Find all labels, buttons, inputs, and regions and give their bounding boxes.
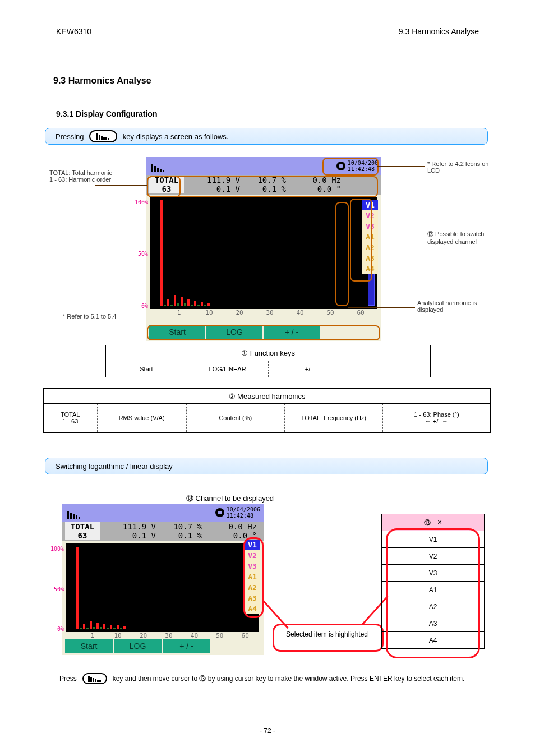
chart-key-icon (89, 130, 117, 142)
readout-f1-sub: 0.0 Hz (212, 522, 257, 531)
header-rule (50, 43, 485, 43)
chan-a4[interactable]: A4 (362, 264, 378, 274)
instruction-text-2: Switching logarithmic / linear display (56, 462, 173, 471)
tbl2-cell: 1 - 63: Phase (°) ← +/- → (383, 404, 490, 432)
function-keys-main: Start LOG + / - (149, 325, 378, 339)
fkey-start[interactable]: Start (149, 325, 206, 339)
chan-a2[interactable]: A2 (362, 242, 378, 253)
mode-icon (149, 160, 170, 172)
tbl2-cell: TOTAL 1 - 63 (44, 404, 98, 432)
tbl1-c4 (349, 361, 430, 377)
date-label: 10/04/200 (348, 160, 378, 166)
chan-v3-sub[interactable]: V3 (245, 561, 260, 571)
selected-item-label: Selected item is highlighted (279, 630, 375, 638)
chan-a1-sub[interactable]: A1 (245, 571, 260, 582)
ytick-0-sub: 0% (57, 626, 65, 632)
ytick-100: 100% (135, 199, 149, 205)
readout-d2-sub: 0.0 ° (212, 531, 257, 540)
chan-a4-sub[interactable]: A4 (245, 603, 260, 614)
rtable-header: ⑬× (382, 514, 485, 531)
footer-instruction: Press key and then move cursor to ⑬ by u… (59, 673, 486, 684)
ytick-0: 0% (141, 303, 149, 309)
callout-chan: ⑬ Possible to switch displayed channel (427, 230, 489, 245)
rtable-a3[interactable]: A3 (382, 615, 485, 632)
callout-total: TOTAL: Total harmonic 1 - 63: Harmonic o… (49, 169, 117, 183)
device-header-sub: 10/04/2006 11:42:48 (62, 504, 264, 522)
callout-fkeys: * Refer to 5.1 to 5.4 (63, 313, 124, 320)
channel-popup-table: ⑬× V1 V2 V3 A1 A2 A3 A4 (381, 514, 485, 649)
callout-clock: * Refer to 4.2 Icons on LCD (427, 160, 489, 174)
chan-v3[interactable]: V3 (362, 221, 378, 232)
chan-a3[interactable]: A3 (362, 253, 378, 264)
tbl2-cell: TOTAL: Frequency (Hz) (285, 404, 383, 432)
chan-v2-sub[interactable]: V2 (245, 550, 260, 561)
page-title-right: 9.3 Harmonics Analyse (399, 27, 479, 36)
chan-a3-sub[interactable]: A3 (245, 593, 260, 603)
harmonics-plot-main: 100% 50% 0% (150, 197, 377, 309)
channel-list-main[interactable]: V1 V2 V3 A1 A2 A3 A4 (362, 200, 378, 274)
power-icon (336, 162, 345, 170)
instruction-bar-1: Pressing key displays a screen as follow… (45, 128, 488, 145)
instruction-text-1b: key displays a screen as follows. (121, 132, 228, 141)
time-label-sub: 11:42:48 (227, 513, 260, 519)
bar-chart-icon-foot (88, 675, 102, 682)
subsection-heading: 9.3.1 Display Configuration (56, 109, 157, 118)
rtable-v3[interactable]: V3 (382, 565, 485, 582)
rtable-v1[interactable]: V1 (382, 531, 485, 548)
leader-total (95, 185, 147, 186)
channel-list-sub[interactable]: V1 V2 V3 A1 A2 A3 A4 (245, 540, 260, 614)
tbl2-cell: RMS value (V/A) (98, 404, 187, 432)
fkey-log[interactable]: LOG (206, 325, 264, 339)
table-measured-harmonics: ② Measured harmonics TOTAL 1 - 63RMS val… (43, 388, 491, 433)
harmonics-plot-sub: 100% 50% 0% (66, 543, 259, 632)
readout-v2: 0.1 V (190, 185, 240, 193)
ytick-100-sub: 100% (50, 546, 65, 552)
fkey-start-sub[interactable]: Start (65, 639, 114, 653)
rtable-a1[interactable]: A1 (382, 582, 485, 598)
readout-f1: 0.0 Hz (296, 176, 341, 185)
ytick-50-sub: 50% (54, 586, 65, 592)
fkey-plusminus[interactable]: + / - (264, 325, 321, 339)
chan-v1[interactable]: V1 (362, 200, 378, 210)
readout-panel: TOTAL 111.9 V 10.7 % 0.0 Hz 63 0.1 V 0.1… (146, 175, 381, 195)
page-title-left: KEW6310 (56, 27, 91, 36)
page-number: - 72 - (0, 727, 535, 735)
ytick-50: 50% (138, 251, 149, 257)
tbl2-header: ② Measured harmonics (44, 389, 490, 404)
readout-p2: 0.1 % (247, 185, 286, 193)
chart-key-icon-foot (82, 673, 107, 684)
fkey-blank (321, 325, 378, 339)
readout-d2: 0.0 ° (296, 185, 341, 193)
power-icon-sub (215, 508, 224, 517)
circled-13-label: ⑬ Channel to be displayed (186, 494, 274, 504)
fkey-plusminus-sub[interactable]: + / - (163, 639, 211, 653)
device-screenshot-sub: 10/04/2006 11:42:48 TOTAL 111.9 V 10.7 %… (62, 504, 264, 655)
tbl1-c2: LOG/LINEAR (187, 361, 269, 377)
callout-cursor: Analytical harmonic is displayed (417, 299, 490, 313)
readout-label-total: TOTAL (149, 176, 184, 185)
chan-v1-sub[interactable]: V1 (245, 540, 260, 550)
chan-a1[interactable]: A1 (362, 232, 378, 242)
fkey-blank-sub (211, 639, 260, 653)
rtable-a2[interactable]: A2 (382, 598, 485, 615)
device-header: 10/04/200 11:42:48 (146, 157, 381, 175)
leader-chan (372, 239, 425, 239)
rtable-a4[interactable]: A4 (382, 632, 485, 649)
function-keys-sub: Start LOG + / - (65, 639, 260, 653)
tbl1-header: ① Function keys (106, 345, 430, 361)
tbl1-c3: +/- (269, 361, 350, 377)
clock-area-sub: 10/04/2006 11:42:48 (215, 506, 260, 519)
chan-v2[interactable]: V2 (362, 210, 378, 221)
chan-a2-sub[interactable]: A2 (245, 582, 260, 593)
device-screenshot-main: 10/04/200 11:42:48 TOTAL 111.9 V 10.7 % … (146, 157, 381, 341)
readout-v1-sub: 111.9 V (105, 522, 156, 531)
table-function-keys: ① Function keys Start LOG/LINEAR +/- (105, 345, 431, 377)
fkey-log-sub[interactable]: LOG (114, 639, 163, 653)
instruction-text-1a: Pressing (56, 132, 86, 141)
readout-p1-sub: 10.7 % (163, 522, 202, 531)
readout-p2-sub: 0.1 % (163, 531, 202, 540)
rtable-v2[interactable]: V2 (382, 548, 485, 565)
readout-label-total-sub: TOTAL (65, 522, 100, 531)
readout-panel-sub: TOTAL 111.9 V 10.7 % 0.0 Hz 63 0.1 V 0.1… (62, 522, 264, 541)
readout-label-order-sub: 63 (65, 531, 100, 540)
